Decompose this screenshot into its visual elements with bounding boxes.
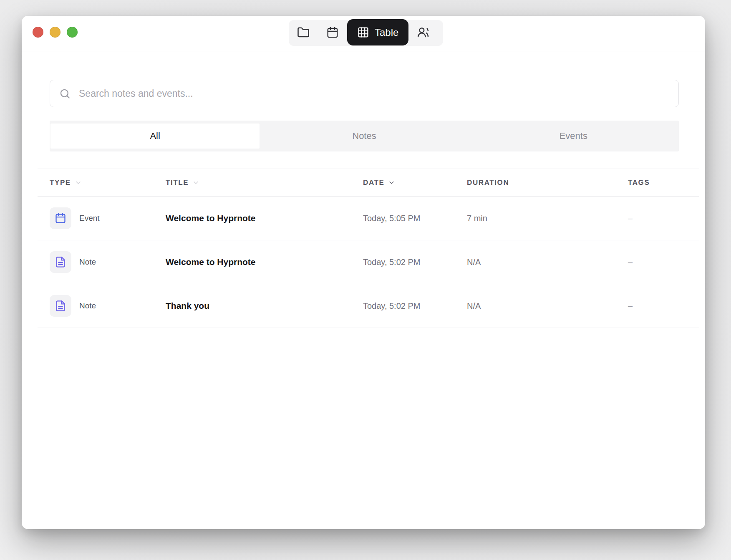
- chevron-down-icon: [388, 179, 395, 186]
- type-label: Event: [79, 214, 100, 223]
- folder-view-button[interactable]: [289, 20, 318, 46]
- title-cell: Welcome to Hyprnote: [166, 257, 363, 267]
- titlebar: Table: [22, 16, 705, 51]
- title-cell: Thank you: [166, 301, 363, 311]
- date-cell: Today, 5:02 PM: [363, 257, 467, 267]
- column-label: DURATION: [467, 179, 509, 187]
- view-switcher: Table: [289, 20, 443, 46]
- tab-notes[interactable]: Notes: [260, 124, 469, 149]
- column-label: DATE: [363, 179, 384, 187]
- chevron-down-icon: [75, 179, 82, 186]
- column-label: TAGS: [628, 179, 650, 187]
- close-button[interactable]: [33, 27, 43, 38]
- tab-events[interactable]: Events: [469, 124, 678, 149]
- title-cell: Welcome to Hyprnote: [166, 213, 363, 223]
- table-view-button[interactable]: Table: [347, 19, 408, 45]
- calendar-view-button[interactable]: [318, 20, 347, 46]
- table-header: TYPE TITLE DATE DURATION TAGS: [38, 169, 699, 197]
- calendar-icon: [55, 212, 66, 224]
- note-badge: [50, 295, 71, 317]
- column-header-title[interactable]: TITLE: [166, 179, 363, 187]
- duration-cell: N/A: [467, 301, 628, 311]
- tab-all[interactable]: All: [50, 124, 260, 149]
- table-view-label: Table: [375, 27, 398, 38]
- note-icon: [55, 256, 66, 268]
- type-cell: Event: [50, 207, 166, 229]
- table-icon: [357, 26, 369, 38]
- column-header-tags[interactable]: TAGS: [628, 179, 699, 187]
- traffic-lights: [33, 27, 78, 38]
- table-row[interactable]: Note Welcome to Hyprnote Today, 5:02 PM …: [38, 240, 699, 284]
- tags-cell: –: [628, 257, 699, 267]
- table-row[interactable]: Event Welcome to Hyprnote Today, 5:05 PM…: [38, 197, 699, 240]
- duration-cell: 7 min: [467, 214, 628, 223]
- app-window: Table All Notes Events TYPE TITLE: [22, 16, 705, 529]
- results-table: TYPE TITLE DATE DURATION TAGS: [38, 169, 699, 328]
- search-icon: [59, 88, 71, 99]
- users-icon: [417, 26, 429, 40]
- filter-tabs: All Notes Events: [50, 121, 679, 151]
- tags-cell: –: [628, 214, 699, 223]
- column-header-date[interactable]: DATE: [363, 179, 467, 187]
- column-header-type[interactable]: TYPE: [50, 179, 166, 187]
- table-row[interactable]: Note Thank you Today, 5:02 PM N/A –: [38, 284, 699, 328]
- folder-icon: [297, 26, 310, 40]
- calendar-icon: [326, 26, 339, 40]
- type-cell: Note: [50, 251, 166, 273]
- zoom-button[interactable]: [67, 27, 78, 38]
- search-input[interactable]: [78, 88, 669, 100]
- note-badge: [50, 251, 71, 273]
- chevron-down-icon: [192, 179, 199, 186]
- column-label: TYPE: [50, 179, 71, 187]
- date-cell: Today, 5:02 PM: [363, 301, 467, 311]
- column-header-duration[interactable]: DURATION: [467, 179, 628, 187]
- tags-cell: –: [628, 301, 699, 311]
- event-badge: [50, 207, 71, 229]
- people-view-button[interactable]: [408, 20, 438, 46]
- minimize-button[interactable]: [50, 27, 60, 38]
- date-cell: Today, 5:05 PM: [363, 214, 467, 223]
- duration-cell: N/A: [467, 257, 628, 267]
- type-cell: Note: [50, 295, 166, 317]
- column-label: TITLE: [166, 179, 189, 187]
- note-icon: [55, 300, 66, 312]
- type-label: Note: [79, 257, 96, 267]
- type-label: Note: [79, 301, 96, 310]
- search-bar: [50, 80, 679, 107]
